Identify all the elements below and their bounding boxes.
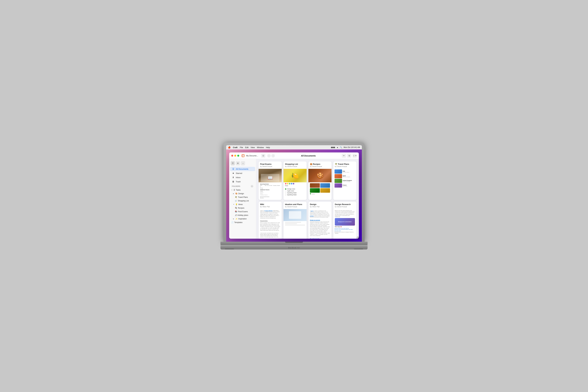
desktop: 📄 My Docume... ⊡ ‹ › All Documents ✏ ⧉ ☺ <box>226 150 362 242</box>
apple-menu[interactable]: 🍎 <box>228 146 231 148</box>
doc-card-recipes[interactable]: 🍪 Recipes by Daniel Korpai 🍪 <box>308 162 331 200</box>
recipes-thumbnail: 🍪 <box>308 169 331 182</box>
checkbox-4[interactable] <box>285 194 286 196</box>
sidebar-item-starred[interactable]: ★ Starred <box>230 171 255 175</box>
window-nav-buttons: ‹ › <box>267 154 275 158</box>
inbox-label: Inbox <box>236 176 241 178</box>
ideas-label: Ideas <box>238 203 243 206</box>
tree-item-templates[interactable]: 📄 Templates <box>230 221 255 224</box>
shopping-checklist: Orange Juice Apple Juice S <box>284 187 306 197</box>
wiki-body: A wiki is a hypertext publication collab… <box>259 209 282 239</box>
tree-item-ideas[interactable]: ▼ 💡 Ideas <box>230 203 255 206</box>
minimize-button[interactable] <box>234 155 236 157</box>
check-label-4: Sparkling Water <box>287 194 297 196</box>
sidebar-search-button[interactable]: ⌕ <box>241 161 245 165</box>
check-item-4: Sparkling Water <box>285 194 305 196</box>
exams-icon: 📚 <box>235 210 237 213</box>
app-name-menu[interactable]: Craft <box>233 146 237 148</box>
tree-item-shopping-list[interactable]: 🛒 Shopping List <box>230 199 255 202</box>
close-button[interactable] <box>231 155 233 157</box>
nav-forward-button[interactable]: › <box>271 154 275 158</box>
calendar-view-button[interactable]: ⊞ <box>236 161 240 165</box>
menu-file[interactable]: File <box>240 146 243 148</box>
starred-icon: ★ <box>232 172 235 174</box>
checkbox-1[interactable] <box>285 188 286 190</box>
traffic-lights <box>231 155 239 157</box>
dest-italy: Italy <box>343 170 350 172</box>
design-research-content: Based on the most recent interactions wi… <box>333 209 356 235</box>
doc-card-design[interactable]: Design by Viktor Pali A design is a plan… <box>308 202 331 239</box>
sidebar-item-all-documents[interactable]: ☰ All Documents <box>230 167 255 171</box>
tasks-label: Tasks <box>236 189 241 191</box>
doc-card-shopping-list[interactable]: Shopping List by Daniel Korpai 🍋 <box>284 162 306 200</box>
final-exams-preview: Upcoming Exams Math ......... Mon, Oct 1… <box>259 182 282 200</box>
exams-label: Final Exams <box>238 210 248 213</box>
sidebar-toolbar: ☰ ⊞ ⌕ <box>229 160 256 167</box>
menubar-items: File Edit View Window Help <box>240 146 270 148</box>
design-expand-icon: ▶ <box>233 193 235 194</box>
sidebar-toggle-btn[interactable]: ⊡ <box>261 154 265 158</box>
macbook-wrapper: 🍎 Craft File Edit View Window Help ▮▮▮▮ … <box>221 142 367 250</box>
recipes-header: 🍪 Recipes by Daniel Korpai <box>308 162 331 169</box>
documents-grid: Final Exams by Daniel Korpai 📖 <box>256 159 359 239</box>
check-label-1: Orange Juice <box>287 188 295 190</box>
menu-edit[interactable]: Edit <box>245 146 248 148</box>
datetime: Mon Oct 18 9:41 AM <box>344 146 360 148</box>
folders-title: Folders <box>232 185 240 187</box>
check-label-3: Sparkling Water <box>287 192 297 194</box>
shopping-color-dots <box>284 182 306 185</box>
tree-item-tasks[interactable]: ▼ ☰ Tasks <box>230 188 255 192</box>
battery-icon: ▮▮▮▮ <box>331 146 335 148</box>
final-exams-title: Final Exams <box>260 163 280 165</box>
design-research-author: by Daniel Korpai <box>335 206 355 208</box>
share-button[interactable]: ☺ ▾ <box>352 154 357 158</box>
tree-item-holiday-plans[interactable]: 🏖 Holiday plans <box>230 214 255 217</box>
travel-icon: 🌴 <box>235 196 237 198</box>
inbox-icon: ⬇ <box>232 176 235 178</box>
menubar-right: ▮▮▮▮ ▲ 🔍 Mon Oct 18 9:41 AM <box>331 146 360 148</box>
recipes-content: Drinks <box>308 182 331 196</box>
foot-right <box>354 248 363 250</box>
travel-plans-author: by Daniel Korpai <box>335 166 355 167</box>
doc-card-travel-plans[interactable]: 🌴 Travel Plans by Daniel Korpai Italy <box>333 162 356 200</box>
shopping-list-author: by Daniel Korpai <box>285 166 305 167</box>
doc-card-final-exams[interactable]: Final Exams by Daniel Korpai 📖 <box>259 162 282 200</box>
nav-back-button[interactable]: ‹ <box>267 154 271 158</box>
tree-item-inspiration[interactable]: ▶ ✨ Inspiration <box>230 217 255 220</box>
checkbox-2[interactable] <box>285 190 286 192</box>
templates-label: Templates <box>234 222 243 224</box>
trash-icon: 🗑 <box>232 180 235 183</box>
macbook-screen: 🍎 Craft File Edit View Window Help ▮▮▮▮ … <box>224 142 364 242</box>
travel-plans-title: 🌴 Travel Plans <box>335 163 355 165</box>
screen-notch <box>285 242 303 243</box>
screen-inner: 🍎 Craft File Edit View Window Help ▮▮▮▮ … <box>226 145 362 242</box>
add-folder-button[interactable]: + <box>251 185 253 188</box>
shopping-icon: 🛒 <box>235 200 237 202</box>
search-menubar-icon[interactable]: 🔍 <box>340 146 342 148</box>
copy-button[interactable]: ⧉ <box>347 154 351 158</box>
tree-item-travel-plans[interactable]: 🌴 Travel Plans <box>230 196 255 199</box>
menu-window[interactable]: Window <box>257 146 264 148</box>
travel-plans-header: 🌴 Travel Plans by Daniel Korpai <box>333 162 356 169</box>
new-document-button[interactable]: ✏ <box>342 154 346 158</box>
ideas-expand-icon: ▼ <box>233 204 235 205</box>
list-view-button[interactable]: ☰ <box>231 161 235 165</box>
tree-item-recipes[interactable]: 🍳 Recipes <box>230 206 255 210</box>
doc-card-design-research[interactable]: Design Research by Daniel Korpai Based o… <box>333 202 356 239</box>
menu-help[interactable]: Help <box>266 146 270 148</box>
final-exams-thumbnail: 📖 <box>259 169 282 182</box>
doc-card-wiki[interactable]: Wiki by Viktor Pali A wiki is a hypertex… <box>259 202 282 239</box>
recipes-author: by Daniel Korpai <box>310 166 330 167</box>
tree-item-design[interactable]: ▶ 🎨 Design <box>230 192 255 195</box>
sidebar-item-inbox[interactable]: ⬇ Inbox <box>230 175 255 180</box>
app-icon: 📄 <box>242 154 245 157</box>
tree-item-final-exams[interactable]: 📚 Final Exams <box>230 210 255 213</box>
window-actions-right: ✏ ⧉ ☺ ▾ <box>342 154 357 158</box>
menubar-left: 🍎 Craft File Edit View Window Help <box>228 146 328 148</box>
sidebar-item-trash[interactable]: 🗑 Trash <box>230 180 255 184</box>
doc-card-ideation[interactable]: Ideation and Plans by Daniel Korpai <box>284 202 306 239</box>
menu-view[interactable]: View <box>251 146 255 148</box>
maximize-button[interactable] <box>237 155 239 157</box>
checkbox-3[interactable] <box>285 192 286 194</box>
check-item-3: Sparkling Water <box>285 192 305 194</box>
